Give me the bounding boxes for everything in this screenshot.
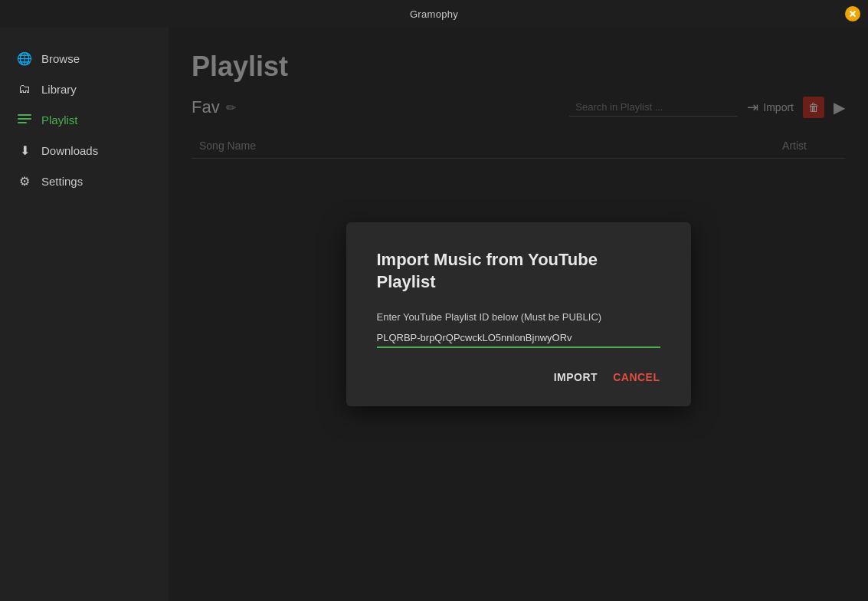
dialog-import-button[interactable]: IMPORT xyxy=(554,371,598,383)
sidebar-item-label: Settings xyxy=(41,175,83,188)
library-icon: 🗂 xyxy=(17,81,32,97)
dialog-label: Enter YouTube Playlist ID below (Must be… xyxy=(377,311,660,323)
sidebar-item-label: Playlist xyxy=(41,113,78,126)
svg-rect-0 xyxy=(18,114,31,116)
playlist-icon xyxy=(17,112,32,127)
sidebar-item-settings[interactable]: ⚙ Settings xyxy=(0,166,169,196)
sidebar-item-label: Downloads xyxy=(41,144,98,157)
app-body: 🌐 Browse 🗂 Library Playlist ⬇ Downloads … xyxy=(0,28,868,601)
sidebar-item-library[interactable]: 🗂 Library xyxy=(0,74,169,104)
svg-rect-1 xyxy=(18,118,31,120)
dialog-actions: IMPORT CANCEL xyxy=(377,371,660,383)
main-content: Playlist Fav ✏ ⇥ Import 🗑 ▶ Song Name xyxy=(169,28,868,601)
dialog-overlay: Import Music from YouTube Playlist Enter… xyxy=(169,28,868,601)
import-dialog: Import Music from YouTube Playlist Enter… xyxy=(346,222,691,406)
app-title: Gramophy xyxy=(410,8,458,20)
dialog-cancel-button[interactable]: CANCEL xyxy=(613,371,660,383)
sidebar-item-label: Library xyxy=(41,83,77,96)
sidebar-item-browse[interactable]: 🌐 Browse xyxy=(0,43,169,74)
globe-icon: 🌐 xyxy=(17,51,32,66)
playlist-id-input[interactable] xyxy=(377,329,660,348)
sidebar-item-downloads[interactable]: ⬇ Downloads xyxy=(0,135,169,166)
download-icon: ⬇ xyxy=(17,143,32,158)
settings-icon: ⚙ xyxy=(17,173,32,189)
close-button[interactable] xyxy=(845,6,860,21)
title-bar: Gramophy xyxy=(0,0,868,28)
svg-rect-2 xyxy=(18,122,27,123)
sidebar: 🌐 Browse 🗂 Library Playlist ⬇ Downloads … xyxy=(0,28,169,601)
dialog-title: Import Music from YouTube Playlist xyxy=(377,249,660,293)
sidebar-item-playlist[interactable]: Playlist xyxy=(0,104,169,135)
sidebar-item-label: Browse xyxy=(41,52,80,65)
